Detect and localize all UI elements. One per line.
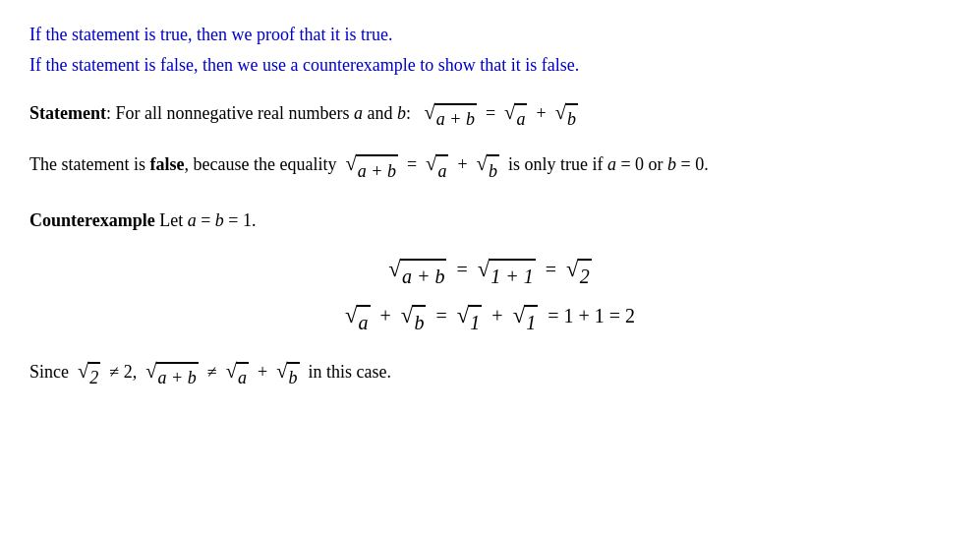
since-sqrt2: √2	[78, 360, 100, 392]
intro-line2: If the statement is false, then we use a…	[29, 50, 951, 81]
explanation-text1: The statement is	[29, 154, 149, 174]
display-sqrt-aplusb: √a + b	[388, 257, 446, 292]
display-sqrt-1plus1: √1 + 1	[478, 257, 536, 292]
false-label: false	[149, 154, 184, 174]
intro-section: If the statement is true, then we proof …	[29, 20, 951, 80]
radicand-b: b	[565, 103, 578, 134]
statement-colon-text: : For all nonnegative real numbers a and…	[106, 103, 578, 123]
since-sqrt-b: √b	[276, 360, 299, 392]
counterexample-section: Counterexample Let a = b = 1.	[29, 207, 951, 235]
since-sqrt-a: √a	[226, 360, 249, 392]
counterexample-text: Let a = b = 1.	[159, 210, 256, 230]
since-section: Since √2 ≠ 2, √a + b ≠ √a + √b in this c…	[29, 358, 951, 392]
display-sqrt-1a: √1	[457, 303, 483, 338]
sqrt-aplusb-eq: √a + b	[345, 152, 398, 187]
display-sqrt-2: √2	[566, 257, 592, 292]
sqrt-b-expr: √b	[555, 101, 578, 134]
counterexample-label: Counterexample	[29, 210, 155, 230]
sqrt-b-eq: √b	[477, 152, 499, 187]
sqrt-a-plus-b-expr: √a + b	[424, 101, 477, 134]
display-line1: √a + b = √1 + 1 = √2	[29, 254, 951, 292]
statement-section: Statement: For all nonnegative real numb…	[29, 99, 951, 134]
explanation-section: The statement is false, because the equa…	[29, 149, 951, 187]
content-area: If the statement is true, then we proof …	[29, 20, 951, 392]
sqrt-a-eq: √a	[426, 152, 448, 187]
since-text1: Since √2 ≠ 2, √a + b ≠ √a + √b in this c…	[29, 362, 391, 382]
statement-label: Statement	[29, 103, 106, 123]
display-sqrt-b2: √b	[401, 303, 427, 338]
math-display-block: √a + b = √1 + 1 = √2 √a + √b = √1	[29, 254, 951, 338]
radicand-a: a	[514, 103, 527, 134]
explanation-text2: , because the equality √a + b = √a + √b …	[184, 154, 708, 174]
display-sqrt-1b: √1	[513, 303, 539, 338]
display-sqrt-a2: √a	[345, 303, 371, 338]
display-line2: √a + √b = √1 + √1 = 1 + 1 = 2	[29, 300, 951, 338]
intro-line1: If the statement is true, then we proof …	[29, 20, 951, 50]
since-sqrt-aplusb: √a + b	[145, 360, 199, 392]
radicand-a-plus-b: a + b	[434, 103, 477, 134]
sqrt-a-expr: √a	[504, 101, 527, 134]
